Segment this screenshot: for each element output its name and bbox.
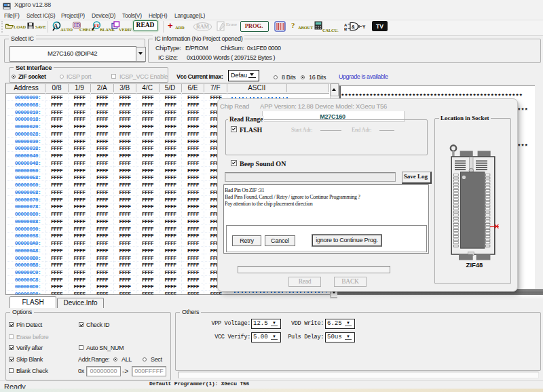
svg-text:A: A xyxy=(54,23,58,29)
svg-text:A: A xyxy=(344,23,348,27)
svg-text:&: & xyxy=(352,24,355,29)
svg-text:B: B xyxy=(344,27,348,31)
svg-text:Y: Y xyxy=(362,24,366,29)
svg-text:FF: FF xyxy=(94,23,100,28)
